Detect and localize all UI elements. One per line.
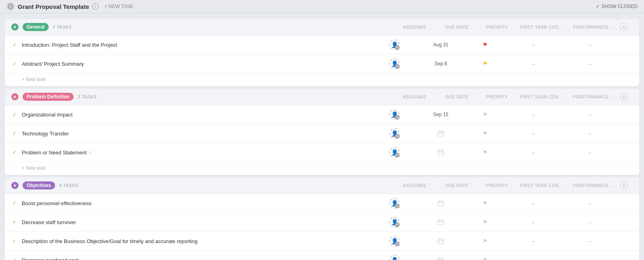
task-assignee[interactable]: 👤 + bbox=[374, 58, 415, 69]
task-check-icon[interactable]: ✓ bbox=[11, 238, 18, 244]
task-assignee[interactable]: 👤 + bbox=[374, 236, 415, 246]
main-content: ▼ General 2 TASKS ASSIGNEE DUE DATE PRIO… bbox=[0, 13, 644, 260]
avatar[interactable]: 👤 + bbox=[389, 198, 400, 208]
page-title: Grant Proposal Template bbox=[18, 3, 89, 10]
task-name[interactable]: Decrease overhead cost bbox=[22, 257, 370, 260]
task-check-icon[interactable]: ✓ bbox=[11, 257, 18, 260]
task-check-icon[interactable]: ✓ bbox=[11, 60, 18, 67]
table-row: ✓ Abstract/ Project Summary 👤 + Sep 8 ⚑ … bbox=[5, 54, 639, 73]
page-container: Grant Proposal Template i + NEW TASK ✓ S… bbox=[0, 0, 644, 260]
firstyear-value: – bbox=[532, 257, 535, 260]
collapse-btn-problem[interactable]: ▼ bbox=[11, 93, 19, 100]
task-priority[interactable]: ⚑ bbox=[467, 238, 503, 244]
task-check-icon[interactable]: ✓ bbox=[11, 200, 18, 206]
task-firstyear: – bbox=[507, 200, 559, 206]
task-priority[interactable]: ⚑ bbox=[467, 257, 503, 260]
collapse-btn-general[interactable]: ▼ bbox=[11, 23, 19, 31]
task-due-date[interactable] bbox=[419, 148, 463, 156]
task-due-date[interactable]: Sep 8 bbox=[419, 61, 463, 67]
task-check-icon[interactable]: ✓ bbox=[11, 111, 18, 118]
task-name[interactable]: Decrease staff turnover bbox=[22, 219, 370, 225]
task-assignee[interactable]: 👤 + bbox=[374, 109, 415, 120]
col-add-2: + bbox=[620, 181, 633, 189]
task-priority[interactable]: ⚑ bbox=[467, 149, 503, 156]
add-column-btn-1[interactable]: + bbox=[620, 93, 628, 101]
avatar[interactable]: 👤 + bbox=[389, 109, 400, 120]
add-column-btn-0[interactable]: + bbox=[620, 23, 628, 31]
calendar-icon bbox=[437, 218, 445, 226]
task-priority[interactable]: ⚑ bbox=[467, 219, 503, 225]
performance-value: – bbox=[588, 112, 591, 118]
avatar[interactable]: 👤 + bbox=[389, 128, 400, 139]
task-priority[interactable]: ⚑ bbox=[467, 111, 503, 118]
task-priority[interactable]: ⚑ bbox=[467, 130, 503, 137]
priority-flag-icon: ⚑ bbox=[483, 200, 488, 206]
task-assignee[interactable]: 👤 + bbox=[374, 217, 415, 227]
task-priority[interactable]: ⚑ bbox=[467, 60, 503, 67]
task-due-date[interactable] bbox=[419, 199, 463, 207]
table-row: ✓ Organizational Impact 👤 + Sep 15 ⚑ – bbox=[5, 105, 639, 124]
performance-value: – bbox=[588, 42, 591, 48]
avatar[interactable]: 👤 + bbox=[389, 58, 400, 69]
task-due-date[interactable] bbox=[419, 218, 463, 226]
priority-flag-icon: ⚑ bbox=[483, 111, 488, 118]
task-name[interactable]: Boost personnel effectiveness bbox=[22, 200, 370, 206]
calendar-icon bbox=[437, 129, 445, 137]
priority-flag-icon: ⚑ bbox=[483, 42, 488, 48]
task-check-icon[interactable]: ✓ bbox=[11, 219, 18, 225]
task-priority[interactable]: ⚑ bbox=[467, 200, 503, 206]
task-priority[interactable]: ⚑ bbox=[467, 42, 503, 48]
task-name[interactable]: Organizational Impact bbox=[22, 112, 370, 118]
section-tag-general: General bbox=[23, 23, 49, 31]
task-name[interactable]: Description of the Business Objective/Go… bbox=[22, 238, 370, 244]
collapse-btn-objectives[interactable]: ▼ bbox=[11, 182, 19, 189]
new-task-row-general[interactable]: + New task bbox=[5, 73, 639, 86]
avatar[interactable]: 👤 + bbox=[389, 147, 400, 158]
task-assignee[interactable]: 👤 + bbox=[374, 128, 415, 139]
table-row: ✓ Description of the Business Objective/… bbox=[5, 232, 639, 251]
task-firstyear: – bbox=[507, 238, 559, 244]
task-assignee[interactable]: 👤 + bbox=[374, 255, 415, 260]
new-task-header-button[interactable]: + NEW TASK bbox=[102, 3, 136, 10]
task-assignee[interactable]: 👤 + bbox=[374, 147, 415, 158]
section-columns-general: ASSIGNEE DUE DATE PRIORITY FIRST YEAR CO… bbox=[394, 23, 633, 31]
new-task-row-problem[interactable]: + New task bbox=[5, 162, 639, 175]
header-left: Grant Proposal Template i + NEW TASK bbox=[6, 2, 592, 10]
col-header-performance-1: PERFORMANCE ... bbox=[568, 94, 620, 99]
task-assignee[interactable]: 👤 + bbox=[374, 40, 415, 50]
task-assignee[interactable]: 👤 + bbox=[374, 198, 415, 208]
info-icon[interactable]: i bbox=[92, 3, 99, 10]
avatar-add-icon: + bbox=[395, 223, 400, 227]
avatar-add-icon: + bbox=[395, 64, 400, 69]
col-add-0: + bbox=[620, 23, 633, 31]
calendar-icon bbox=[437, 148, 445, 156]
col-header-duedate-2: DUE DATE bbox=[435, 183, 479, 188]
task-due-date[interactable] bbox=[419, 237, 463, 245]
task-name[interactable]: Technology Transfer bbox=[22, 131, 370, 137]
task-firstyear: – bbox=[507, 112, 559, 118]
table-row: ✓ Decrease staff turnover 👤 + bbox=[5, 213, 639, 232]
task-due-date[interactable]: Sep 15 bbox=[419, 112, 463, 117]
section-header-problem: ▼ Problem Definition 3 TASKS ASSIGNEE DU… bbox=[5, 89, 639, 105]
avatar[interactable]: 👤 + bbox=[389, 236, 400, 246]
add-column-btn-2[interactable]: + bbox=[620, 181, 628, 189]
avatar[interactable]: 👤 + bbox=[389, 255, 400, 260]
avatar[interactable]: 👤 + bbox=[389, 217, 400, 227]
show-closed-toggle[interactable]: ✓ SHOW CLOSED bbox=[596, 4, 638, 9]
task-name[interactable]: Problem or Need Statement bbox=[22, 150, 87, 156]
task-due-date[interactable] bbox=[419, 256, 463, 260]
task-due-date[interactable]: Aug 31 bbox=[419, 42, 463, 48]
avatar-add-icon: + bbox=[395, 45, 400, 50]
task-check-icon[interactable]: ✓ bbox=[11, 42, 18, 48]
avatar[interactable]: 👤 + bbox=[389, 40, 400, 50]
task-name[interactable]: Abstract/ Project Summary bbox=[22, 61, 370, 67]
task-performance: – bbox=[564, 238, 616, 244]
task-name[interactable]: Introduction: Project Staff and the Proj… bbox=[22, 42, 370, 48]
svg-rect-5 bbox=[438, 150, 444, 155]
task-check-icon[interactable]: ✓ bbox=[11, 149, 18, 156]
task-check-icon[interactable]: ✓ bbox=[11, 130, 18, 137]
firstyear-value: – bbox=[532, 112, 535, 118]
task-due-date[interactable] bbox=[419, 129, 463, 137]
firstyear-value: – bbox=[532, 238, 535, 244]
performance-value: – bbox=[588, 200, 591, 206]
